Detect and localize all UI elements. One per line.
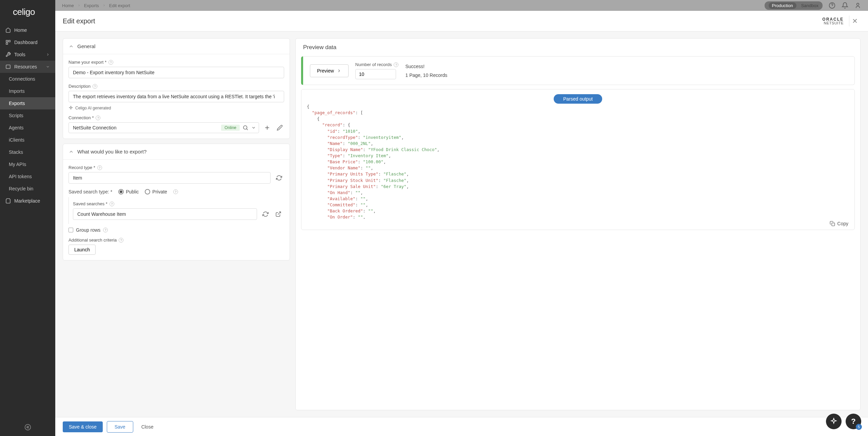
help-badge: 5 — [856, 424, 862, 430]
status-badge: Online — [221, 125, 240, 131]
export-toggle[interactable]: What would you like to export? — [63, 144, 290, 160]
record-type-input[interactable] — [68, 172, 271, 184]
ai-fab[interactable] — [826, 414, 842, 429]
nav-home[interactable]: Home — [0, 24, 55, 36]
group-rows-checkbox[interactable] — [68, 228, 73, 232]
description-input[interactable] — [68, 91, 284, 102]
radio-icon — [118, 189, 124, 194]
nav-tools[interactable]: Tools — [0, 48, 55, 61]
nav-resources[interactable]: Resources — [0, 61, 55, 73]
chevron-down-icon — [46, 65, 50, 69]
env-production[interactable]: Production — [769, 2, 796, 9]
nav-dashboard[interactable]: Dashboard — [0, 36, 55, 48]
help-icon[interactable]: ? — [110, 202, 114, 206]
svg-point-7 — [857, 3, 859, 5]
close-panel-button[interactable]: ✕ — [849, 16, 861, 26]
radio-private[interactable]: Private — [145, 189, 167, 194]
external-link-icon — [275, 211, 281, 217]
breadcrumb-current: Edit export — [109, 3, 130, 8]
export-name-input[interactable] — [68, 67, 284, 78]
env-switcher[interactable]: Production Sandbox — [765, 1, 823, 10]
nav-api-tokens[interactable]: API tokens — [0, 170, 55, 183]
svg-rect-0 — [6, 40, 8, 42]
name-label: Name your export *? — [68, 60, 284, 65]
copy-icon — [830, 221, 835, 226]
resources-icon — [5, 64, 11, 69]
svg-line-9 — [246, 129, 248, 130]
help-fab[interactable]: ? 5 — [846, 414, 861, 429]
nav-exports[interactable]: Exports — [0, 97, 55, 109]
nav-recycle-bin[interactable]: Recycle bin — [0, 183, 55, 195]
help-icon[interactable]: ? — [108, 60, 113, 65]
nav-iclients[interactable]: iClients — [0, 134, 55, 146]
nav-agents[interactable]: Agents — [0, 122, 55, 134]
help-icon[interactable]: ? — [394, 62, 398, 67]
preview-card: Preview data Preview Number of records? … — [295, 38, 861, 410]
preview-status: Success! — [405, 64, 447, 69]
open-external-button[interactable] — [274, 210, 283, 219]
connection-label: Connection *? — [68, 115, 284, 120]
refresh-icon — [262, 211, 269, 217]
collapse-sidebar-button[interactable] — [0, 418, 55, 436]
svg-rect-2 — [6, 43, 8, 44]
page-info: 1 Page, 10 Records — [405, 72, 447, 78]
env-sandbox[interactable]: Sandbox — [801, 3, 818, 8]
close-button[interactable]: Close — [137, 421, 158, 432]
saved-search-type-label: Saved search type: * — [68, 189, 112, 194]
chevron-right-icon — [102, 4, 106, 7]
record-type-label: Record type *? — [68, 165, 284, 170]
refresh-icon — [276, 175, 282, 181]
connection-select[interactable]: NetSuite Connection Online — [68, 122, 259, 133]
num-records-input[interactable] — [355, 69, 396, 79]
save-button[interactable]: Save — [107, 421, 133, 433]
chevron-right-icon — [337, 68, 341, 73]
pencil-icon — [277, 125, 283, 131]
nav-stacks[interactable]: Stacks — [0, 146, 55, 158]
collapse-icon — [24, 424, 31, 431]
refresh-saved-search-button[interactable] — [261, 210, 270, 219]
nav-imports[interactable]: Imports — [0, 85, 55, 97]
nav-my-apis[interactable]: My APIs — [0, 158, 55, 170]
notifications-icon[interactable] — [842, 2, 848, 9]
parsed-output-pill[interactable]: Parsed output — [554, 94, 602, 104]
json-output: { "page_of_records": [ { "record": { "id… — [301, 104, 854, 219]
help-icon[interactable]: ? — [97, 165, 102, 170]
svg-line-12 — [278, 212, 281, 214]
nav-scripts[interactable]: Scripts — [0, 109, 55, 122]
page-title: Edit export — [63, 17, 95, 25]
general-toggle[interactable]: General — [63, 39, 290, 54]
help-icon[interactable]: ? — [173, 189, 178, 194]
preview-heading: Preview data — [296, 39, 860, 56]
saved-searches-label: Saved searches *? — [73, 201, 284, 206]
user-icon[interactable] — [854, 2, 861, 9]
preview-button[interactable]: Preview — [310, 64, 349, 77]
help-icon[interactable] — [829, 2, 835, 9]
num-records-label: Number of records? — [355, 62, 399, 67]
help-icon[interactable]: ? — [96, 116, 100, 120]
help-icon[interactable]: ? — [119, 238, 123, 243]
nav-marketplace[interactable]: Marketplace — [0, 195, 55, 207]
svg-rect-1 — [8, 40, 10, 42]
chevron-right-icon — [77, 4, 81, 7]
topbar: Home Exports Edit export Production Sand… — [55, 0, 868, 11]
chevron-up-icon — [68, 44, 74, 49]
launch-button[interactable]: Launch — [68, 245, 96, 255]
help-icon[interactable]: ? — [93, 84, 97, 89]
refresh-record-type-button[interactable] — [275, 173, 283, 182]
edit-connection-button[interactable] — [275, 123, 284, 132]
radio-public[interactable]: Public — [118, 189, 139, 194]
chevron-down-icon[interactable] — [251, 125, 256, 130]
copy-button[interactable]: Copy — [301, 219, 854, 226]
search-icon[interactable] — [242, 125, 249, 131]
nav-label: Marketplace — [14, 198, 40, 204]
nav-connections[interactable]: Connections — [0, 73, 55, 85]
general-heading: General — [77, 43, 95, 49]
add-connection-button[interactable] — [262, 123, 272, 132]
help-icon[interactable]: ? — [103, 228, 108, 232]
breadcrumb-home[interactable]: Home — [62, 3, 74, 8]
svg-rect-13 — [832, 223, 835, 226]
saved-searches-input[interactable] — [73, 208, 257, 220]
save-close-button[interactable]: Save & close — [63, 421, 103, 432]
export-card: What would you like to export? Record ty… — [63, 144, 290, 261]
breadcrumb-exports[interactable]: Exports — [84, 3, 99, 8]
